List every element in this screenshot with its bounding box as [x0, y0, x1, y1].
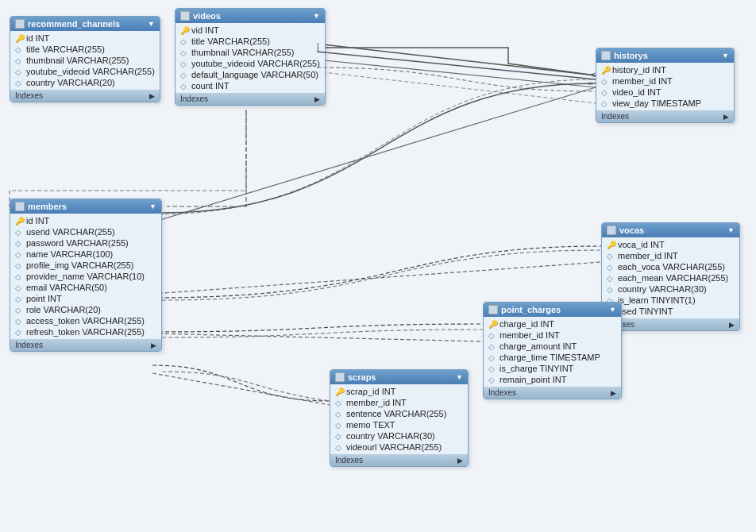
table-header-videos: videos ▼	[176, 9, 325, 23]
table-footer-point-charges[interactable]: Indexes ▶	[484, 387, 621, 399]
field-title: ◇title VARCHAR(255)	[176, 36, 325, 47]
diamond-icon: ◇	[601, 88, 609, 96]
header-arrow-icon: ▼	[456, 373, 463, 381]
table-header-scraps: scraps ▼	[330, 370, 468, 384]
table-icon	[601, 51, 611, 60]
diamond-icon: ◇	[601, 99, 609, 107]
diamond-icon: ◇	[15, 56, 23, 64]
table-historys: historys ▼ 🔑history_id INT ◇member_id IN…	[596, 48, 735, 123]
field-password: ◇password VARCHAR(255)	[10, 237, 161, 249]
diamond-icon: ◇	[488, 342, 496, 350]
table-footer-scraps[interactable]: Indexes ▶	[330, 454, 468, 466]
diamond-icon: ◇	[15, 328, 23, 336]
table-header-point-charges: point_charges ▼	[484, 303, 621, 317]
diamond-icon: ◇	[15, 45, 23, 53]
field-videourl: ◇videourl VARCHAR(255)	[330, 441, 468, 453]
header-arrow-icon: ▼	[722, 52, 729, 60]
table-icon	[15, 19, 25, 29]
field-each-voca: ◇each_voca VARCHAR(255)	[602, 261, 739, 272]
table-icon	[15, 202, 25, 211]
diamond-icon: ◇	[607, 252, 615, 260]
field-voca-id: 🔑voca_id INT	[602, 239, 739, 250]
field-id: 🔑id INT	[10, 33, 160, 44]
diamond-icon: ◇	[488, 364, 496, 372]
svg-text:∞: ∞	[588, 79, 592, 87]
table-point-charges: point_charges ▼ 🔑charge_id INT ◇member_i…	[483, 302, 622, 399]
table-header-recommend-channels: recommend_channels ▼	[10, 17, 160, 31]
svg-line-6	[152, 333, 483, 341]
table-header-historys: historys ▼	[596, 48, 734, 63]
diamond-icon: ◇	[488, 331, 496, 339]
diamond-icon: ◇	[15, 239, 23, 247]
key-icon: 🔑	[15, 217, 23, 225]
diamond-icon: ◇	[335, 421, 343, 429]
field-remain-point: ◇remain_point INT	[484, 374, 621, 385]
diamond-icon: ◇	[335, 399, 343, 407]
diamond-icon: ◇	[15, 261, 23, 269]
indexes-label: Indexes	[335, 456, 363, 465]
field-history-id: 🔑history_id INT	[596, 64, 734, 75]
diamond-icon: ◇	[15, 228, 23, 236]
table-footer-vocas[interactable]: Indexes ▶	[602, 318, 739, 330]
diamond-icon: ◇	[180, 82, 188, 90]
table-body: 🔑charge_id INT ◇member_id INT ◇charge_am…	[484, 317, 621, 387]
diamond-icon: ◇	[15, 250, 23, 258]
diamond-icon: ◇	[15, 306, 23, 314]
indexes-label: Indexes	[15, 91, 43, 100]
table-footer-videos[interactable]: Indexes ▶	[176, 93, 325, 105]
diamond-icon: ◇	[335, 443, 343, 451]
field-email: ◇email VARCHAR(50)	[10, 282, 161, 293]
field-country: ◇country VARCHAR(20)	[10, 77, 160, 88]
table-icon	[607, 226, 616, 235]
field-charge-time: ◇charge_time TIMESTAMP	[484, 352, 621, 363]
footer-arrow-icon: ▶	[723, 113, 729, 121]
svg-line-7	[152, 373, 330, 405]
field-refresh-token: ◇refresh_token VARCHAR(255)	[10, 326, 161, 337]
field-video-id: ◇video_id INT	[596, 87, 734, 98]
table-body: 🔑voca_id INT ◇member_id INT ◇each_voca V…	[602, 237, 739, 318]
field-is-learn: ◇is_learn TINYINT(1)	[602, 295, 739, 306]
field-thumbnail: ◇thumbnail VARCHAR(255)	[10, 55, 160, 66]
field-userid: ◇userid VARCHAR(255)	[10, 226, 161, 237]
table-title: point_charges	[501, 305, 561, 314]
table-icon	[180, 11, 190, 21]
table-body: 🔑id INT ◇userid VARCHAR(255) ◇password V…	[10, 214, 161, 339]
table-videos: videos ▼ 🔑vid INT ◇title VARCHAR(255) ◇t…	[175, 8, 326, 106]
field-used: ◇used TINYINT	[602, 306, 739, 317]
table-footer-members[interactable]: Indexes ▶	[10, 339, 161, 351]
field-country: ◇country VARCHAR(30)	[330, 430, 468, 441]
diamond-icon: ◇	[180, 71, 188, 79]
field-country: ◇country VARCHAR(30)	[602, 283, 739, 295]
table-title: historys	[614, 51, 648, 60]
field-title: ◇title VARCHAR(255)	[10, 44, 160, 55]
field-thumbnail: ◇thumbnail VARCHAR(255)	[176, 47, 325, 58]
diamond-icon: ◇	[15, 79, 23, 87]
diamond-icon: ◇	[180, 37, 188, 45]
table-title: members	[28, 202, 67, 211]
svg-line-8	[317, 52, 596, 79]
table-footer-historys[interactable]: Indexes ▶	[596, 110, 734, 122]
diamond-icon: ◇	[601, 77, 609, 85]
field-provider-name: ◇provider_name VARCHAR(10)	[10, 271, 161, 282]
footer-arrow-icon: ▶	[151, 341, 156, 349]
table-footer-recommend-channels[interactable]: Indexes ▶	[10, 90, 160, 102]
diamond-icon: ◇	[180, 60, 188, 67]
field-member-id: ◇member_id INT	[484, 330, 621, 341]
field-is-charge: ◇is_charge TINYINT	[484, 363, 621, 374]
field-youtube-videoid: ◇youtube_videoid VARCHAR(255)	[176, 58, 325, 69]
key-icon: 🔑	[607, 241, 615, 249]
field-profile-img: ◇profile_img VARCHAR(255)	[10, 260, 161, 271]
field-default-language: ◇default_language VARCHAR(50)	[176, 69, 325, 80]
svg-line-3	[316, 71, 596, 103]
footer-arrow-icon: ▶	[457, 457, 463, 465]
key-icon: 🔑	[15, 34, 23, 42]
key-icon: 🔑	[601, 66, 609, 74]
svg-line-5	[152, 262, 601, 294]
diamond-icon: ◇	[335, 432, 343, 440]
table-title: videos	[193, 11, 221, 21]
field-role: ◇role VARCHAR(20)	[10, 304, 161, 315]
footer-arrow-icon: ▶	[729, 321, 735, 329]
diamond-icon: ◇	[488, 376, 496, 384]
header-arrow-icon: ▼	[148, 20, 155, 28]
diamond-icon: ◇	[488, 353, 496, 361]
